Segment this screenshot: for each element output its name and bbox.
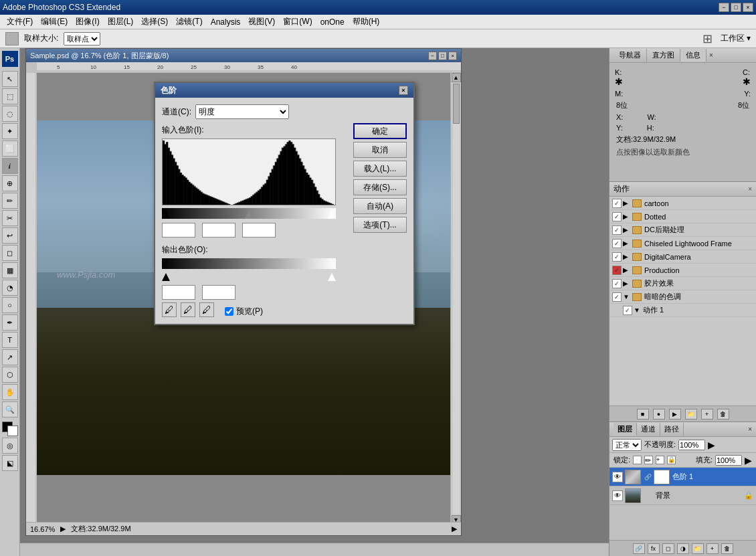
new-layer-btn[interactable]: +	[706, 543, 719, 554]
lock-all-btn[interactable]: 🔒	[667, 456, 676, 464]
delete-layer-btn[interactable]: 🗑	[721, 543, 733, 554]
action-expand-7[interactable]: ▼	[623, 293, 631, 300]
action-check-1[interactable]	[612, 212, 622, 221]
menu-image[interactable]: 图像(I)	[72, 15, 103, 29]
doc-close-btn[interactable]: ×	[448, 52, 457, 60]
action-expand-8[interactable]: ▼	[634, 306, 642, 314]
delete-action-btn[interactable]: 🗑	[717, 409, 729, 420]
action-check-3[interactable]	[612, 239, 622, 248]
scroll-indicator[interactable]: ▶	[452, 525, 457, 533]
layer-eye-levels[interactable]: 👁	[612, 472, 623, 482]
output-slider-track[interactable]	[162, 272, 336, 281]
input-slider[interactable]	[162, 208, 336, 219]
action-expand-1[interactable]: ▶	[623, 213, 631, 220]
menu-help[interactable]: 帮助(H)	[349, 15, 384, 29]
tab-histogram[interactable]: 直方图	[647, 49, 680, 62]
eyedropper-tool-icon[interactable]	[5, 32, 19, 45]
fg-bg-colors[interactable]	[2, 422, 18, 436]
action-item-5[interactable]: ▶Production	[609, 264, 756, 277]
layers-panel-close[interactable]: ×	[748, 426, 752, 433]
action-expand-5[interactable]: ▶	[623, 266, 631, 274]
shape-tool[interactable]: ⬡	[2, 367, 18, 383]
action-check-8[interactable]	[623, 306, 632, 315]
preview-checkbox[interactable]	[225, 307, 233, 316]
nav-panel-collapse[interactable]: ×	[709, 52, 713, 59]
doc-minimize-btn[interactable]: −	[428, 52, 437, 60]
minimize-btn[interactable]: −	[719, 3, 729, 12]
action-expand-4[interactable]: ▶	[623, 253, 631, 260]
action-check-2[interactable]	[612, 225, 622, 235]
doc-maximize-btn[interactable]: □	[438, 52, 447, 60]
opacity-arrow[interactable]: ▶	[708, 440, 715, 450]
menu-layer[interactable]: 图层(L)	[104, 15, 138, 29]
black-input[interactable]: 0	[162, 223, 195, 238]
ok-button[interactable]: 确定	[353, 123, 407, 139]
menu-edit[interactable]: 编辑(E)	[37, 15, 72, 29]
heal-tool[interactable]: ⊕	[2, 175, 18, 191]
sample-gray-eyedropper[interactable]: 🖊	[181, 302, 195, 317]
layer-item-bg[interactable]: 👁 背景 🔒	[609, 486, 756, 505]
doc-vscroll[interactable]: ▲ ▼	[450, 73, 461, 525]
fill-arrow[interactable]: ▶	[745, 455, 752, 466]
maximize-btn[interactable]: □	[731, 3, 741, 12]
black-point-slider[interactable]	[162, 211, 170, 219]
action-item-1[interactable]: ▶Dotted	[609, 210, 756, 223]
levels-close-btn[interactable]: ×	[399, 86, 408, 95]
eyedropper-tool[interactable]: 𝒊	[2, 158, 18, 174]
action-check-7[interactable]	[612, 292, 622, 302]
menu-view[interactable]: 视图(V)	[244, 15, 279, 29]
actions-panel-close[interactable]: ×	[748, 185, 752, 193]
output-white-slider[interactable]	[328, 273, 336, 281]
white-point-slider[interactable]	[328, 211, 336, 219]
tab-navigator[interactable]: 导航器	[613, 49, 647, 62]
add-mask-btn[interactable]: ◻	[662, 543, 674, 554]
quick-mask-btn[interactable]: ◎	[2, 438, 18, 454]
action-check-6[interactable]	[612, 279, 622, 288]
output-black-slider[interactable]	[162, 273, 170, 281]
zoom-tool[interactable]: 🔍	[2, 401, 18, 418]
menu-onone[interactable]: onOne	[316, 16, 349, 28]
opacity-input[interactable]	[678, 440, 705, 450]
blur-tool[interactable]: ◔	[2, 280, 18, 296]
close-btn[interactable]: ×	[743, 3, 753, 12]
lock-position-btn[interactable]: +	[656, 456, 664, 464]
action-expand-3[interactable]: ▶	[623, 240, 631, 247]
action-expand-2[interactable]: ▶	[623, 226, 631, 234]
eraser-tool[interactable]: ◻	[2, 245, 18, 261]
blend-mode-select[interactable]: 正常	[612, 439, 642, 451]
sample-black-eyedropper[interactable]: 🖊	[162, 302, 177, 317]
action-item-6[interactable]: ▶胶片效果	[609, 277, 756, 290]
action-item-2[interactable]: ▶DC后期处理	[609, 223, 756, 237]
dodge-tool[interactable]: ○	[2, 297, 18, 313]
play-btn[interactable]: ▶	[669, 409, 681, 420]
gradient-tool[interactable]: ▦	[2, 262, 18, 278]
screen-mode-btn[interactable]: ⬕	[2, 455, 18, 471]
sample-white-eyedropper[interactable]: 🖊	[199, 302, 214, 317]
workspace-button[interactable]: 工作区 ▾	[721, 33, 751, 44]
tab-channels[interactable]: 通道	[637, 423, 660, 436]
lock-transparency-btn[interactable]	[633, 456, 642, 464]
menu-select[interactable]: 选择(S)	[137, 15, 172, 29]
pen-tool[interactable]: ✒	[2, 314, 18, 331]
output-black-input[interactable]: 0	[162, 285, 195, 300]
scroll-up-btn[interactable]: ▲	[452, 73, 461, 82]
new-action-btn[interactable]: +	[701, 409, 713, 420]
marquee-tool[interactable]: ⬚	[2, 88, 18, 104]
layer-item-levels[interactable]: 👁 🔗 色阶 1	[609, 468, 756, 486]
gamma-input[interactable]: 1.00	[202, 223, 235, 238]
cancel-button[interactable]: 取消	[353, 142, 407, 158]
action-check-0[interactable]	[612, 199, 622, 208]
action-item-8[interactable]: ▼动作 1	[609, 304, 756, 317]
options-button[interactable]: 选项(T)...	[353, 217, 407, 233]
status-arrow[interactable]: ▶	[60, 525, 66, 533]
save-button[interactable]: 存储(S)...	[353, 179, 407, 195]
new-action-set-btn[interactable]: 📁	[685, 409, 697, 420]
vscroll-thumb[interactable]	[453, 84, 460, 124]
sample-size-select[interactable]: 取样点	[64, 32, 100, 45]
menu-file[interactable]: 文件(F)	[3, 15, 37, 29]
action-item-7[interactable]: ▼暗暗的色调	[609, 290, 756, 304]
channel-select[interactable]: 明度 红绿蓝	[195, 104, 289, 119]
vscroll-track[interactable]	[453, 84, 460, 514]
stop-btn[interactable]: ■	[637, 409, 649, 420]
layer-link-icon[interactable]: 🔗	[644, 473, 652, 481]
